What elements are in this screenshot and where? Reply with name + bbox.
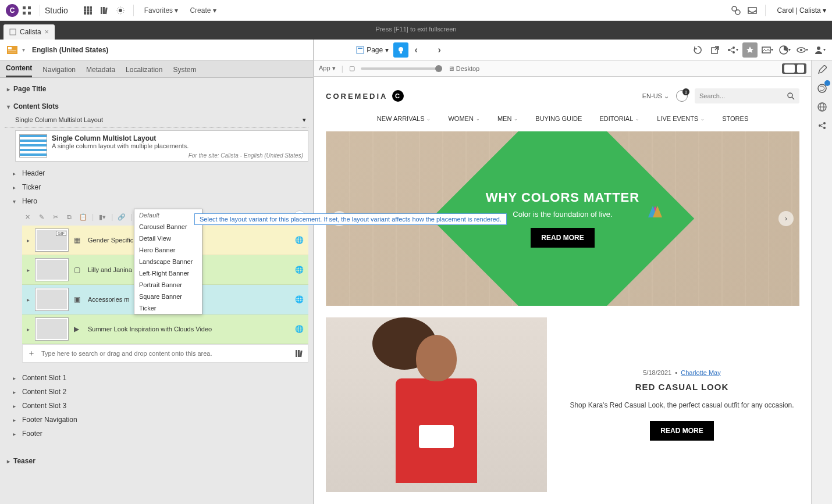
settings-icon[interactable] <box>728 2 744 19</box>
apps-grid-icon[interactable] <box>19 2 35 19</box>
paste-icon[interactable]: 📋 <box>78 212 88 222</box>
slot-content-2[interactable]: ▸Content Slot 2 <box>5 385 308 399</box>
slot-content-1[interactable]: ▸Content Slot 1 <box>5 371 308 385</box>
tab-metadata[interactable]: Metadata <box>86 62 115 77</box>
nav-stores[interactable]: STORES <box>722 115 748 122</box>
zoom-fit-icon[interactable]: ▢ <box>349 65 355 72</box>
slot-ticker[interactable]: ▸Ticker <box>5 180 308 194</box>
device-selector[interactable] <box>782 63 806 74</box>
svg-rect-1 <box>28 6 31 9</box>
image-icon[interactable]: ▾ <box>760 42 775 58</box>
dashboard-icon[interactable] <box>80 2 96 19</box>
nav-buying-guide[interactable]: BUYING GUIDE <box>535 115 582 122</box>
zoom-slider[interactable] <box>361 67 442 70</box>
preview-mode[interactable]: App ▾ <box>319 65 336 72</box>
dropdown-item[interactable]: Landscape Banner <box>134 256 202 267</box>
target-icon[interactable] <box>112 2 129 19</box>
add-content-row[interactable]: ＋ <box>22 344 308 363</box>
visibility-icon[interactable]: ▾ <box>795 42 810 58</box>
dropdown-item[interactable]: Default <box>134 209 202 221</box>
create-menu[interactable]: Create ▾ <box>190 6 216 15</box>
section-content-slots[interactable]: ▾Content Slots <box>5 98 308 115</box>
edit-icon[interactable]: ✎ <box>36 212 47 222</box>
carousel-next-icon[interactable]: › <box>778 211 794 226</box>
globe-rail-icon[interactable] <box>815 100 829 114</box>
slot-footer[interactable]: ▸Footer <box>5 427 308 441</box>
library-icon[interactable] <box>96 2 112 19</box>
tab-content[interactable]: Content <box>6 60 32 77</box>
item-thumb: GIF <box>35 229 68 251</box>
prev-nav-icon[interactable]: ‹ <box>408 42 424 58</box>
workflow-icon[interactable] <box>815 81 829 95</box>
svg-rect-15 <box>105 7 108 13</box>
dropdown-item[interactable]: Ticker <box>134 302 202 314</box>
dropdown-item[interactable]: Hero Banner <box>134 244 202 256</box>
analytics-icon[interactable]: ▾ <box>777 42 792 58</box>
dropdown-item[interactable]: Carousel Banner <box>134 221 202 233</box>
slot-content-3[interactable]: ▸Content Slot 3 <box>5 399 308 413</box>
article-image <box>326 317 547 492</box>
svg-rect-25 <box>357 47 364 53</box>
hints-toggle-icon[interactable] <box>393 42 408 58</box>
globe-icon[interactable]: 🌐 <box>295 295 304 303</box>
nav-men[interactable]: MEN⌄ <box>497 115 518 122</box>
add-icon[interactable]: ▮▾ <box>97 212 108 222</box>
slot-footer-nav[interactable]: ▸Footer Navigation <box>5 413 308 427</box>
inbox-icon[interactable] <box>744 2 760 19</box>
nav-live-events[interactable]: LIVE EVENTS⌄ <box>657 115 705 122</box>
hero-cta-button[interactable]: READ MORE <box>531 228 594 248</box>
locale-selector[interactable]: EN-US ⌄ <box>642 92 669 100</box>
tab-localization[interactable]: Localization <box>126 62 162 77</box>
layout-selector[interactable]: Single Column Multislot Layout▾ <box>5 115 308 128</box>
add-content-input[interactable] <box>41 350 289 357</box>
app-logo[interactable]: C <box>6 4 19 17</box>
doctype-icon[interactable] <box>5 42 20 58</box>
library-picker-icon[interactable] <box>295 349 303 358</box>
open-external-icon[interactable] <box>707 42 723 58</box>
tab-navigation[interactable]: Navigation <box>42 62 76 77</box>
search-box[interactable] <box>695 88 799 103</box>
section-page-title[interactable]: ▸Page Title <box>5 80 308 98</box>
svg-rect-42 <box>300 351 303 357</box>
svg-point-37 <box>817 47 820 50</box>
globe-icon[interactable]: 🌐 <box>295 325 304 333</box>
favorites-menu[interactable]: Favorites ▾ <box>144 6 179 15</box>
article-author-link[interactable]: Charlotte May <box>681 369 720 376</box>
dropdown-item[interactable]: Portrait Banner <box>134 279 202 291</box>
globe-icon[interactable]: 🌐 <box>295 266 304 274</box>
page-type-button[interactable]: Page ▾ <box>351 46 393 54</box>
share-rail-icon[interactable] <box>815 119 829 133</box>
nav-women[interactable]: WOMEN⌄ <box>448 115 479 122</box>
dropdown-item[interactable]: Left-Right Banner <box>134 267 202 279</box>
cut-icon[interactable]: ✂ <box>50 212 61 222</box>
video-icon: ▶ <box>74 325 82 333</box>
slot-header[interactable]: ▸Header <box>5 166 308 180</box>
copy-icon[interactable]: ⧉ <box>64 212 74 222</box>
search-input[interactable] <box>699 92 787 99</box>
globe-icon[interactable]: 🌐 <box>295 236 304 244</box>
reload-icon[interactable] <box>690 42 705 58</box>
user-menu[interactable]: Carol | Calista ▾ <box>777 6 826 15</box>
nav-new-arrivals[interactable]: NEW ARRIVALS⌄ <box>377 115 431 122</box>
bookmark-icon[interactable] <box>742 42 758 58</box>
dropdown-item[interactable]: Square Banner <box>134 291 202 302</box>
tab-calista[interactable]: Calista × <box>3 24 55 40</box>
link-icon[interactable]: 🔗 <box>116 212 127 222</box>
section-teaser[interactable]: ▸Teaser <box>5 452 308 470</box>
brand-logo[interactable]: COREMEDIA C <box>326 90 404 102</box>
tab-system[interactable]: System <box>173 62 196 77</box>
cart-icon[interactable]: 0 <box>676 90 688 102</box>
user-icon[interactable]: ▾ <box>812 42 827 58</box>
tab-close-icon[interactable]: × <box>45 28 49 36</box>
list-item[interactable]: ▸ ▶ Summer Look Inspiration with Clouds … <box>22 314 308 344</box>
dropdown-item[interactable]: Detail View <box>134 233 202 244</box>
svg-point-47 <box>819 124 821 127</box>
article-cta-button[interactable]: READ MORE <box>650 421 713 441</box>
edit-pencil-icon[interactable] <box>815 63 829 77</box>
nav-editorial[interactable]: EDITORIAL⌄ <box>599 115 639 122</box>
slot-hero[interactable]: ▾Hero <box>5 194 308 208</box>
delete-icon[interactable]: ✕ <box>22 212 33 222</box>
next-nav-icon[interactable]: › <box>432 42 447 58</box>
search-icon[interactable] <box>787 92 795 100</box>
share-icon[interactable]: ▾ <box>725 42 740 58</box>
